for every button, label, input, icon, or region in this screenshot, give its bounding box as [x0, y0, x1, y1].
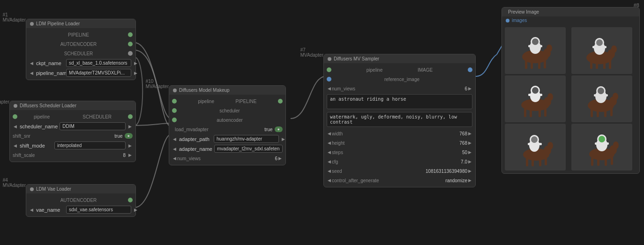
negative-prompt-textarea[interactable]: watermark, ugly, deformed, noisy, blurry… — [327, 112, 472, 127]
preview-img-6 — [571, 124, 632, 171]
width-arrow-right[interactable]: ▶ — [467, 131, 472, 136]
vae-name-input[interactable] — [66, 206, 131, 214]
makeup-num-views-arrow-right[interactable]: ▶ — [277, 156, 283, 161]
diffusers-scheduler-badge: #9 MVAdapter — [0, 94, 9, 104]
diffusers-scheduler-body: pipeline SCHEDULER ◀ scheduler_name ▶ sh… — [10, 110, 135, 162]
preview-image-panel: Preview Image images — [502, 7, 640, 174]
adapter-path-row: ◀ adapter_path ▶ — [169, 134, 285, 144]
steps-arrow-right[interactable]: ▶ — [467, 150, 472, 155]
diffusers-mv-sampler-badge: #7 MVAdapter — [300, 47, 323, 58]
pipeline-out-row: PIPELINE — [26, 30, 135, 39]
vae-name-row: ◀ vae_name ▶ — [26, 205, 135, 215]
scheduler-out-row: SCHEDULER — [26, 49, 135, 58]
control-arrow-left[interactable]: ◀ — [327, 178, 332, 183]
preview-img-5 — [505, 124, 566, 171]
load-mvadapter-row: load_mvadapter true ● — [169, 125, 285, 134]
sampler-pipeline-row: pipeline IMAGE — [324, 65, 475, 74]
control-arrow-right[interactable]: ▶ — [467, 178, 472, 183]
pipeline-name-arrow-right[interactable]: ▶ — [133, 71, 138, 75]
shift-snr-row: shift_snr true ● — [10, 131, 135, 141]
svg-rect-55 — [532, 159, 534, 166]
svg-rect-29 — [530, 110, 532, 117]
cfg-arrow-left[interactable]: ◀ — [327, 159, 332, 164]
makeup-scheduler-row: scheduler — [169, 106, 285, 115]
astronaut-horse-3-svg — [507, 77, 563, 121]
ldm-vae-body: AUTOENCODER ◀ vae_name ▶ — [26, 193, 135, 216]
sampler-ref-in — [327, 77, 331, 82]
adapter-name-arrow-left[interactable]: ◀ — [172, 147, 177, 151]
svg-rect-56 — [539, 157, 541, 166]
makeup-num-views-arrow-left[interactable]: ◀ — [172, 156, 177, 161]
svg-rect-30 — [539, 108, 541, 117]
seed-arrow-left[interactable]: ◀ — [327, 169, 332, 173]
scheduler-name-arrow-right[interactable]: ▶ — [127, 124, 133, 129]
svg-rect-18 — [609, 59, 611, 69]
ldm-vae-dot — [30, 187, 34, 191]
svg-point-75 — [599, 136, 605, 142]
preview-img-4 — [571, 75, 632, 122]
vae-name-arrow-left[interactable]: ◀ — [29, 208, 34, 212]
seed-arrow-right[interactable]: ▶ — [467, 169, 472, 173]
svg-point-23 — [596, 39, 603, 46]
shift-mode-arrow-left[interactable]: ◀ — [13, 143, 18, 148]
svg-rect-63 — [528, 143, 532, 145]
ckpt-name-input[interactable] — [66, 59, 131, 67]
svg-rect-43 — [604, 108, 607, 117]
svg-rect-41 — [591, 109, 593, 117]
sampler-num-views-arrow-right[interactable]: ▶ — [467, 86, 472, 91]
svg-rect-2 — [525, 60, 527, 69]
makeup-num-views-row: ◀ num_views 6 ▶ — [169, 154, 285, 163]
sampler-steps-row: ◀ steps 50 ▶ — [324, 148, 475, 157]
adapter-path-input[interactable] — [214, 135, 279, 143]
ldm-vae-title: LDM Vae Loader — [26, 185, 135, 193]
astronaut-horse-6-svg — [574, 125, 630, 170]
pipeline-name-row: ◀ pipeline_name ▶ — [26, 68, 135, 78]
svg-rect-68 — [597, 158, 599, 166]
adapter-name-input[interactable] — [214, 145, 283, 153]
astronaut-horse-5-svg — [507, 125, 563, 170]
steps-arrow-left[interactable]: ◀ — [327, 150, 332, 155]
shift-scale-arrow-right[interactable]: ▶ — [127, 153, 133, 157]
scheduler-name-arrow-left[interactable]: ◀ — [13, 124, 18, 129]
adapter-path-arrow-right[interactable]: ▶ — [281, 137, 286, 141]
scheduler-name-input[interactable] — [60, 122, 126, 130]
prompt-textarea[interactable]: an astronaut riding a horse — [327, 94, 472, 109]
load-mvadapter-toggle[interactable]: ● — [275, 126, 283, 132]
sampler-cfg-row: ◀ cfg 7.0 ▶ — [324, 157, 475, 166]
shift-scale-row: shift_scale 8 ▶ — [10, 150, 135, 160]
preview-images-label: images — [512, 18, 527, 23]
ldm-pipeline-title: LDM Pipeline Loader — [26, 19, 135, 28]
svg-point-7 — [547, 45, 552, 52]
makeup-autoencoder-row: autoencoder — [169, 115, 285, 125]
autoencoder-out-connector — [128, 42, 133, 46]
makeup-pipeline-out — [278, 99, 283, 104]
ckpt-arrow-right[interactable]: ▶ — [133, 61, 138, 66]
svg-rect-51 — [604, 94, 608, 97]
vae-name-arrow-right[interactable]: ▶ — [133, 208, 138, 212]
shift-mode-input[interactable] — [54, 141, 126, 149]
sampler-image-out — [468, 67, 472, 72]
svg-rect-69 — [605, 156, 607, 166]
scheduler-pipeline-in-row: pipeline SCHEDULER — [10, 112, 135, 121]
adapter-path-arrow-left[interactable]: ◀ — [172, 137, 177, 141]
shift-mode-arrow-right[interactable]: ▶ — [127, 143, 133, 148]
cfg-arrow-right[interactable]: ▶ — [467, 159, 472, 164]
shift-snr-toggle[interactable]: ● — [125, 133, 133, 139]
svg-rect-37 — [528, 94, 532, 96]
diffusers-model-makeup-badge: #10 MVAdapter — [146, 79, 169, 89]
pipeline-name-input[interactable] — [66, 69, 131, 77]
pipeline-name-arrow-left[interactable]: ◀ — [29, 71, 34, 75]
svg-rect-67 — [591, 157, 593, 166]
ldm-pipeline-loader-node: LDM Pipeline Loader PIPELINE AUTOENCODER… — [26, 19, 136, 80]
height-arrow-left[interactable]: ◀ — [327, 141, 332, 145]
diffusers-scheduler-title: Diffusers Scheduler Loader — [10, 101, 135, 110]
sampler-num-views-arrow-left[interactable]: ◀ — [327, 86, 332, 91]
height-arrow-right[interactable]: ▶ — [467, 141, 472, 145]
preview-image-title: Preview Image — [502, 7, 639, 16]
width-arrow-left[interactable]: ◀ — [327, 131, 332, 136]
diffusers-model-makeup-body: pipeline PIPELINE scheduler autoencoder … — [169, 95, 285, 165]
sampler-num-views-row: ◀ num_views 6 ▶ — [324, 84, 475, 93]
ckpt-arrow-left[interactable]: ◀ — [29, 61, 34, 66]
shift-mode-row: ◀ shift_mode ▶ — [10, 141, 135, 150]
sampler-seed-row: ◀ seed 1081631136394980 ▶ — [324, 166, 475, 176]
